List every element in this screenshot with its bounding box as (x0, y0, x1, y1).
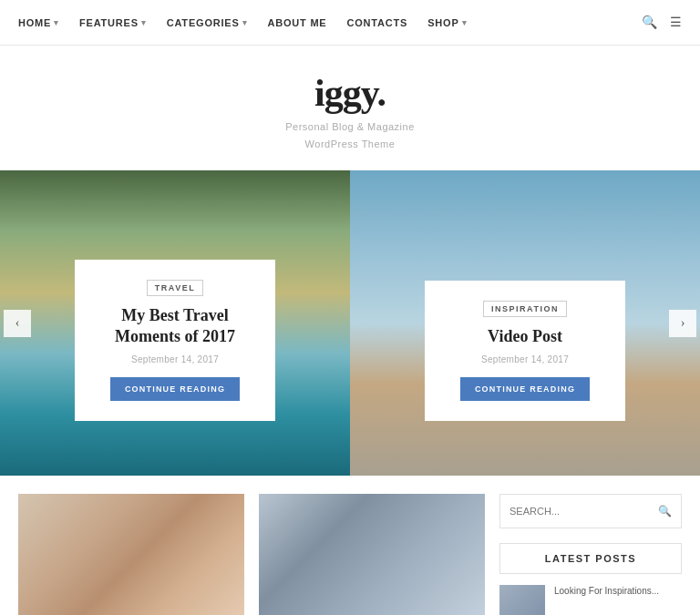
site-title: iggy. (0, 71, 700, 115)
nav-home-chevron: ▾ (54, 18, 59, 27)
slider: TRAVEL My Best Travel Moments of 2017 Se… (0, 170, 700, 476)
post-thumb-2[interactable] (259, 494, 485, 615)
nav-shop-chevron: ▾ (462, 18, 468, 27)
nav-features-label: FEATURES (79, 17, 139, 28)
subtitle-line2: WordPress Theme (305, 138, 396, 149)
subtitle-line1: Personal Blog & Magazine (285, 121, 415, 132)
nav-item-shop[interactable]: SHOP ▾ (427, 17, 467, 28)
slider-prev-arrow[interactable]: ‹ (4, 310, 31, 337)
search-box[interactable]: 🔍 (499, 494, 682, 528)
slide-2-title: Video Post (447, 326, 603, 347)
sidebar-post-item[interactable]: Looking For Inspirations... (499, 585, 682, 615)
bottom-section: 🔍 LATEST POSTS Looking For Inspirations.… (0, 476, 700, 615)
slide-2: INSPIRATION Video Post September 14, 201… (350, 170, 700, 476)
nav-right: 🔍 ☰ (642, 15, 682, 30)
site-header: iggy. Personal Blog & Magazine WordPress… (0, 46, 700, 170)
nav-item-features[interactable]: FEATURES ▾ (79, 17, 147, 28)
nav-categories-chevron: ▾ (242, 18, 248, 27)
slide-1-card: TRAVEL My Best Travel Moments of 2017 Se… (75, 260, 275, 422)
slide-1-button[interactable]: CONTINUE READING (110, 377, 240, 401)
site-subtitle: Personal Blog & Magazine WordPress Theme (0, 118, 700, 152)
slide-1-date: September 14, 2017 (97, 354, 253, 364)
slide-1-tag: TRAVEL (147, 280, 203, 296)
nav-item-categories[interactable]: CATEGORIES ▾ (167, 17, 248, 28)
nav-item-home[interactable]: HOME ▾ (18, 17, 59, 28)
nav-left: HOME ▾ FEATURES ▾ CATEGORIES ▾ ABOUT ME … (18, 17, 467, 28)
navbar: HOME ▾ FEATURES ▾ CATEGORIES ▾ ABOUT ME … (0, 0, 700, 46)
menu-icon[interactable]: ☰ (670, 15, 682, 30)
slide-2-card: INSPIRATION Video Post September 14, 201… (425, 281, 625, 421)
next-arrow-icon: › (681, 316, 685, 331)
slide-1-title: My Best Travel Moments of 2017 (97, 305, 253, 348)
slide-2-tag: INSPIRATION (483, 301, 567, 317)
post-thumb-1[interactable] (18, 494, 244, 615)
slide-2-date: September 14, 2017 (447, 354, 603, 364)
sidebar: 🔍 LATEST POSTS Looking For Inspirations.… (499, 494, 682, 615)
search-submit-icon[interactable]: 🔍 (658, 505, 672, 518)
nav-about-label: ABOUT ME (267, 17, 326, 28)
nav-home-label: HOME (18, 17, 51, 28)
sidebar-post-thumb-1 (499, 585, 545, 615)
slide-2-button[interactable]: CONTINUE READING (460, 377, 590, 401)
nav-shop-label: SHOP (427, 17, 458, 28)
slide-1: TRAVEL My Best Travel Moments of 2017 Se… (0, 170, 350, 476)
sidebar-post-title-1: Looking For Inspirations... (554, 585, 659, 598)
nav-features-chevron: ▾ (141, 18, 147, 27)
latest-posts-heading: LATEST POSTS (499, 543, 682, 574)
slider-next-arrow[interactable]: › (669, 310, 696, 337)
search-icon[interactable]: 🔍 (642, 15, 657, 30)
prev-arrow-icon: ‹ (15, 316, 20, 331)
nav-contacts-label: CONTACTS (347, 17, 408, 28)
posts-grid (18, 494, 485, 615)
search-input[interactable] (510, 506, 658, 517)
nav-categories-label: CATEGORIES (167, 17, 240, 28)
nav-item-about[interactable]: ABOUT ME (267, 17, 326, 28)
nav-item-contacts[interactable]: CONTACTS (347, 17, 408, 28)
